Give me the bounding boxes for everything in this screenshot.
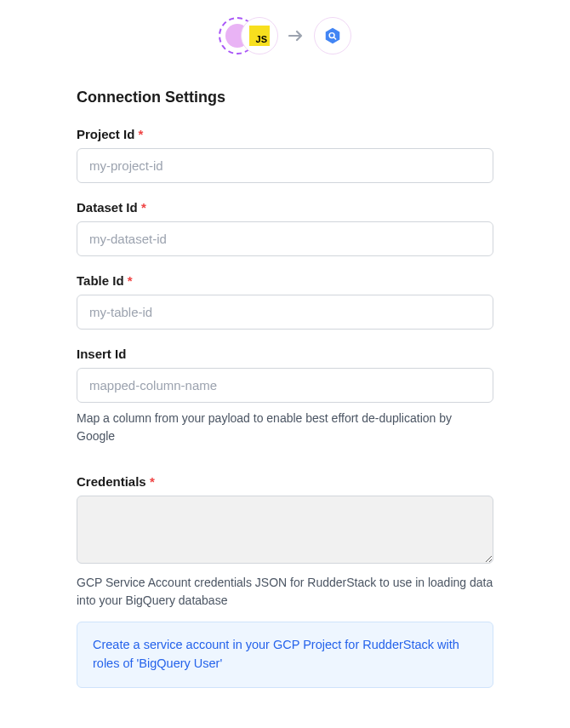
arrow-right-icon bbox=[288, 26, 304, 46]
credentials-info-box: Create a service account in your GCP Pro… bbox=[77, 622, 493, 688]
insert-id-help: Map a column from your payload to enable… bbox=[77, 410, 493, 445]
credentials-label-text: Credentials bbox=[77, 474, 146, 489]
source-icon-group: JS bbox=[219, 17, 278, 54]
project-id-label-text: Project Id bbox=[77, 127, 134, 141]
insert-id-input[interactable] bbox=[77, 368, 493, 403]
destination-icon bbox=[314, 17, 351, 54]
insert-id-label: Insert Id bbox=[77, 347, 493, 361]
table-id-label: Table Id * bbox=[77, 273, 493, 288]
dataset-id-input[interactable] bbox=[77, 221, 493, 256]
credentials-textarea[interactable] bbox=[77, 496, 493, 564]
field-project-id: Project Id * bbox=[77, 127, 493, 183]
field-dataset-id: Dataset Id * bbox=[77, 200, 493, 256]
credentials-help: GCP Service Account credentials JSON for… bbox=[77, 574, 493, 610]
required-marker: * bbox=[150, 474, 155, 489]
required-marker: * bbox=[139, 127, 144, 141]
connection-flow-header: JS bbox=[77, 17, 493, 54]
section-title: Connection Settings bbox=[77, 89, 493, 106]
source-js-icon: JS bbox=[241, 17, 278, 54]
required-marker: * bbox=[128, 273, 133, 288]
project-id-input[interactable] bbox=[77, 148, 493, 183]
bigquery-icon bbox=[323, 26, 342, 45]
svg-marker-0 bbox=[326, 28, 340, 43]
project-id-label: Project Id * bbox=[77, 127, 493, 141]
dataset-id-label: Dataset Id * bbox=[77, 200, 493, 215]
field-table-id: Table Id * bbox=[77, 273, 493, 330]
create-service-account-link[interactable]: Create a service account in your GCP Pro… bbox=[93, 638, 459, 670]
table-id-input[interactable] bbox=[77, 295, 493, 330]
field-insert-id: Insert Id Map a column from your payload… bbox=[77, 347, 493, 445]
js-badge: JS bbox=[249, 26, 270, 46]
credentials-label: Credentials * bbox=[77, 474, 493, 489]
insert-id-label-text: Insert Id bbox=[77, 347, 126, 361]
dataset-id-label-text: Dataset Id bbox=[77, 200, 138, 215]
field-credentials: Credentials * GCP Service Account creden… bbox=[77, 474, 493, 688]
table-id-label-text: Table Id bbox=[77, 273, 124, 288]
required-marker: * bbox=[141, 200, 146, 215]
